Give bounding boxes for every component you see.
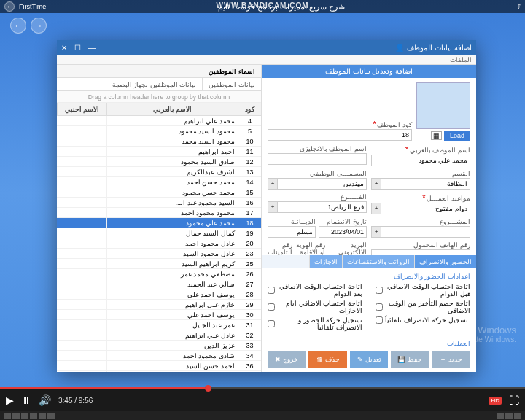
chk-ot-after[interactable]	[268, 287, 275, 294]
form-title: اضافة وتعديل بيانات الموظف	[262, 65, 476, 78]
table-row[interactable]: 17محمود محمود احمد	[57, 208, 261, 218]
time-display: 3:45 / 9:56	[58, 397, 93, 405]
name-en-input[interactable]	[268, 153, 367, 165]
table-row[interactable]: 36احمد حسن السيد	[57, 361, 261, 371]
table-row[interactable]: 30يوسف احمد علي	[57, 310, 261, 320]
table-row[interactable]: 27سالي عبد الحميد	[57, 279, 261, 289]
play-button[interactable]: ▶	[6, 394, 14, 406]
new-button[interactable]: ＋جديد	[432, 351, 470, 368]
table-row[interactable]: 20عادل محمود احمد	[57, 238, 261, 249]
chk-ot-holiday[interactable]	[268, 303, 275, 311]
save-button[interactable]: 💾حفظ	[391, 351, 429, 368]
branch-combo[interactable]	[268, 201, 367, 213]
name-ar-input[interactable]	[371, 155, 470, 166]
image-icon[interactable]: ▦	[431, 131, 442, 140]
table-row[interactable]: 15محمد حسن محمود	[57, 187, 261, 198]
video-player: ▶ ⏸ 🔊 3:45 / 9:56 HD ⛶	[0, 387, 525, 420]
chk-auto-inout[interactable]	[268, 320, 275, 327]
user-icon: 👤	[395, 44, 404, 52]
table-row[interactable]: 14محمد حسن احمد	[57, 177, 261, 187]
exit-button[interactable]: ✖خروج	[268, 351, 306, 368]
table-row[interactable]: 18محمد علي محمود	[57, 218, 261, 228]
table-row[interactable]: 28يوسف احمد علي	[57, 289, 261, 300]
list-tab-data[interactable]: بيانات الموظفين	[202, 78, 261, 90]
ribbon-tab[interactable]: الملفات	[450, 56, 472, 63]
table-row[interactable]: 16السيد محمود عبد الـ..	[57, 198, 261, 208]
maximize-icon[interactable]: ☐	[74, 44, 81, 52]
dept-add-button[interactable]: +	[371, 178, 381, 190]
minimize-icon[interactable]: —	[88, 44, 96, 52]
job-combo[interactable]	[268, 178, 367, 190]
pause-button[interactable]: ⏸	[21, 394, 31, 406]
nav-back-button[interactable]: ←	[10, 18, 26, 34]
nav-fwd-button[interactable]: →	[31, 18, 47, 34]
schedule-add-button[interactable]: +	[371, 203, 381, 214]
table-row[interactable]: 32عادل علي ابراهيم	[57, 330, 261, 341]
chk-auto-out[interactable]	[376, 316, 383, 324]
employee-photo	[416, 82, 470, 129]
table-row[interactable]: 11احمد ابراهيم	[57, 147, 261, 157]
list-tab-device[interactable]: بيانات الموظفين بجهاز البصمة	[106, 78, 203, 90]
group-hint: Drag a column header here to group by th…	[57, 91, 261, 103]
project-add-button[interactable]: +	[371, 226, 381, 238]
tab-salary[interactable]: الرواتب والاستقطاعات	[342, 255, 415, 268]
branch-add-button[interactable]: +	[268, 201, 278, 213]
recorder-watermark: WWW.BANDICAM.COM	[216, 1, 308, 9]
table-row[interactable]: 26مصطفي محمد عمر	[57, 269, 261, 279]
table-row[interactable]: 29خازم علي ابراهيم	[57, 300, 261, 310]
windows-watermark: Activate Windows Go to Settings to activ…	[401, 324, 516, 343]
mobile-input[interactable]	[371, 249, 470, 255]
hd-badge[interactable]: HD	[489, 397, 502, 405]
tab-leaves[interactable]: الاجازات	[309, 255, 342, 268]
seek-bar[interactable]	[0, 387, 525, 389]
delete-button[interactable]: 🗑حذف	[308, 351, 346, 368]
tab-attendance[interactable]: الحضور والانصراف	[414, 255, 476, 268]
window-title: اضافة بيانات الموظف	[407, 44, 472, 52]
table-row[interactable]: 13اشرف عبدالكريم	[57, 167, 261, 177]
job-add-button[interactable]: +	[268, 178, 278, 190]
app-name: FirstTime	[19, 3, 46, 10]
table-row[interactable]: 10محمود السيد محمد	[57, 136, 261, 147]
table-row[interactable]: 5محمود السيد محمود	[57, 126, 261, 136]
table-row[interactable]: 33عزيز الدين	[57, 341, 261, 351]
share-icon[interactable]: ⤴	[517, 3, 521, 11]
religion-combo[interactable]	[268, 226, 316, 238]
table-row[interactable]: 31عمر عبد الجليل	[57, 320, 261, 330]
employee-window: ✕ ☐ — اضافة بيانات الموظف👤 الملفات اضافة…	[57, 40, 476, 372]
table-row[interactable]: 34شادي محمود احمد	[57, 351, 261, 361]
schedule-combo[interactable]	[371, 203, 470, 214]
taskbar	[0, 411, 525, 420]
edit-button[interactable]: ✎تعديل	[350, 351, 388, 368]
table-row[interactable]: 25كريم ابراهيم السيد	[57, 259, 261, 269]
list-title: اسماء الموظفين	[203, 68, 261, 75]
volume-icon[interactable]: 🔊	[39, 394, 51, 406]
chk-deduct-late[interactable]	[376, 303, 383, 311]
table-row[interactable]: 12صادق السيد محمود	[57, 157, 261, 167]
back-nav-icon[interactable]: ←	[4, 1, 15, 12]
chk-ot-before[interactable]	[376, 287, 383, 294]
table-row[interactable]: 42محمود السيد محمود	[57, 371, 261, 372]
close-icon[interactable]: ✕	[61, 44, 67, 52]
dept-combo[interactable]	[371, 178, 470, 190]
project-combo[interactable]	[371, 226, 470, 238]
employee-code-input[interactable]	[268, 129, 412, 141]
table-row[interactable]: 23عادل محمود السيد	[57, 249, 261, 259]
table-row[interactable]: 19كمال السيد جمال	[57, 228, 261, 238]
table-row[interactable]: 4محمد علي ابراهيم	[57, 116, 261, 126]
load-photo-button[interactable]: Load	[444, 131, 470, 141]
join-date-input[interactable]	[319, 226, 367, 238]
fullscreen-icon[interactable]: ⛶	[509, 394, 519, 406]
